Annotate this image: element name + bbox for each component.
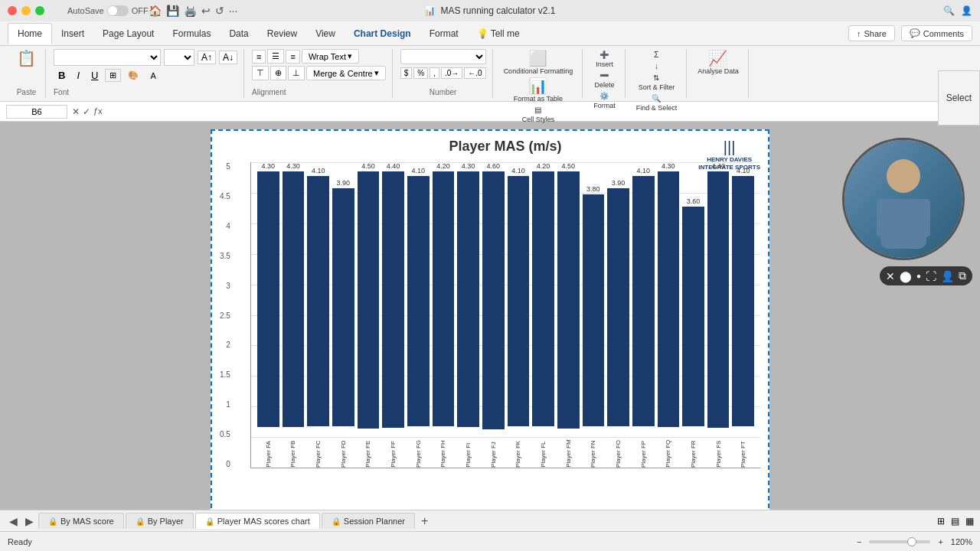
- close-button[interactable]: [8, 6, 17, 15]
- bar-item[interactable]: 4.50Player FE: [358, 162, 380, 468]
- insert-function-icon[interactable]: ƒx: [93, 106, 103, 117]
- fill-button[interactable]: ↓: [652, 60, 662, 72]
- sheet-tab-session-planner[interactable]: 🔒Session Planner: [322, 513, 415, 529]
- format-as-table-button[interactable]: 📊 Format as Table: [511, 77, 566, 104]
- bar-rect[interactable]: [332, 188, 354, 426]
- bar-rect[interactable]: [658, 171, 680, 427]
- bar-item[interactable]: 4.20Player FL: [532, 162, 554, 468]
- bar-rect[interactable]: [707, 171, 730, 428]
- bar-item[interactable]: 4.60Player FJ: [482, 162, 505, 468]
- tab-review[interactable]: Review: [258, 24, 306, 44]
- sheet-tab-player-mas-scores-chart[interactable]: 🔒Player MAS scores chart: [195, 513, 320, 529]
- bar-rect[interactable]: [382, 171, 404, 428]
- bar-item[interactable]: 4.50Player FM: [557, 162, 580, 468]
- webcam-record-button[interactable]: ⧉: [959, 269, 966, 282]
- bar-item[interactable]: 3.60Player FR: [682, 162, 704, 468]
- fill-color-button[interactable]: 🎨: [123, 69, 143, 82]
- autosave-toggle[interactable]: [107, 5, 129, 16]
- bar-rect[interactable]: [532, 171, 554, 426]
- find-select-button[interactable]: 🔍 Find & Select: [633, 93, 681, 113]
- number-format-select[interactable]: [400, 49, 486, 64]
- tab-tell-me[interactable]: 💡Tell me: [468, 24, 529, 44]
- cancel-formula-icon[interactable]: ✕: [72, 106, 80, 117]
- conditional-formatting-button[interactable]: ⬜ Conditional Formatting: [501, 49, 577, 77]
- bar-item[interactable]: 4.30Player FA: [257, 162, 279, 468]
- font-color-button[interactable]: A: [145, 70, 160, 82]
- delete-cells-button[interactable]: ➖ Delete: [591, 70, 617, 90]
- decrease-decimal-button[interactable]: ←.0: [464, 67, 485, 79]
- bold-button[interactable]: B: [54, 68, 70, 83]
- bar-rect[interactable]: [407, 176, 430, 426]
- sort-filter-button[interactable]: ⇅ Sort & Filter: [635, 72, 678, 93]
- bar-item[interactable]: 4.10Player FK: [508, 162, 530, 468]
- bar-item[interactable]: 4.30Player FB: [283, 162, 305, 468]
- comma-button[interactable]: ,: [430, 67, 439, 79]
- merge-center-button[interactable]: Merge & Centre ▾: [306, 66, 386, 80]
- search-icon[interactable]: 🔍: [943, 5, 955, 16]
- bar-rect[interactable]: [257, 171, 279, 427]
- print-icon[interactable]: 🖨️: [184, 5, 197, 17]
- bar-item[interactable]: 3.80Player FN: [583, 162, 605, 468]
- add-sheet-button[interactable]: +: [416, 514, 433, 528]
- italic-button[interactable]: I: [72, 68, 84, 83]
- bar-rect[interactable]: [358, 171, 380, 429]
- bar-item[interactable]: 4.30Player FQ: [658, 162, 680, 468]
- decrease-font-button[interactable]: A↓: [219, 51, 237, 64]
- percent-button[interactable]: %: [413, 67, 428, 79]
- align-bottom-button[interactable]: ⊥: [288, 66, 305, 80]
- align-center-button[interactable]: ☰: [267, 49, 284, 64]
- bar-rect[interactable]: [682, 207, 704, 426]
- webcam-expand-button[interactable]: ⛶: [926, 270, 936, 282]
- more-icon[interactable]: ···: [229, 5, 238, 17]
- bar-item[interactable]: 4.10Player FG: [407, 162, 430, 468]
- tab-chart-design[interactable]: Chart Design: [345, 24, 420, 44]
- tab-data[interactable]: Data: [220, 24, 257, 44]
- bar-rect[interactable]: [508, 176, 530, 426]
- bar-item[interactable]: 4.20Player FH: [433, 162, 455, 468]
- bar-rect[interactable]: [482, 171, 505, 429]
- wrap-text-button[interactable]: Wrap Text ▾: [302, 49, 359, 64]
- webcam-dot-button[interactable]: ●: [916, 272, 921, 280]
- insert-cells-button[interactable]: ➕ Insert: [593, 49, 616, 70]
- bar-rect[interactable]: [283, 171, 305, 427]
- analyse-data-button[interactable]: 📈 Analyse Data: [694, 49, 742, 77]
- cell-styles-button[interactable]: ▤ Cell Styles: [519, 104, 558, 125]
- profile-icon[interactable]: 👤: [961, 5, 972, 16]
- bar-rect[interactable]: [433, 171, 455, 426]
- bar-item[interactable]: 4.30Player FI: [457, 162, 479, 468]
- bar-rect[interactable]: [583, 194, 605, 426]
- bar-item[interactable]: 4.10Player FC: [307, 162, 329, 468]
- bar-item[interactable]: 4.10Player FT: [732, 162, 754, 468]
- currency-button[interactable]: $: [400, 67, 413, 79]
- underline-button[interactable]: U: [87, 68, 103, 83]
- traffic-lights[interactable]: [8, 6, 44, 15]
- maximize-button[interactable]: [35, 6, 44, 15]
- home-icon[interactable]: 🏠: [149, 5, 162, 17]
- bar-rect[interactable]: [457, 171, 479, 427]
- view-icon-page[interactable]: ▤: [951, 516, 959, 527]
- tab-page-layout[interactable]: Page Layout: [93, 24, 163, 44]
- bar-item[interactable]: 3.90Player FO: [607, 162, 629, 468]
- zoom-out-icon[interactable]: −: [857, 537, 861, 546]
- undo-icon[interactable]: ↩: [201, 5, 211, 17]
- minimize-button[interactable]: [21, 6, 31, 15]
- align-middle-button[interactable]: ⊕: [270, 66, 286, 80]
- bar-rect[interactable]: [632, 176, 655, 426]
- webcam-close-button[interactable]: ✕: [886, 270, 895, 282]
- sheet-tab-by-mas-score[interactable]: 🔒By MAS score: [38, 513, 124, 529]
- bar-rect[interactable]: [732, 176, 754, 426]
- sum-button[interactable]: Σ: [651, 49, 662, 60]
- font-select[interactable]: [54, 49, 161, 66]
- tab-format[interactable]: Format: [420, 24, 468, 44]
- bar-item[interactable]: 4.40Player FF: [382, 162, 404, 468]
- bar-rect[interactable]: [557, 171, 580, 429]
- bar-rect[interactable]: [607, 188, 629, 426]
- chart-container[interactable]: Player MAS (m/s) ||| HENRY DAVIES INTEGR…: [211, 129, 769, 510]
- view-icon-preview[interactable]: ▦: [965, 516, 974, 527]
- redo-icon[interactable]: ↺: [215, 5, 224, 17]
- webcam-circle-button[interactable]: ⬤: [900, 270, 912, 282]
- select-button[interactable]: Select: [938, 70, 980, 126]
- bar-item[interactable]: 4.10Player FP: [632, 162, 655, 468]
- format-cells-button[interactable]: ⚙️ Format: [590, 90, 619, 111]
- increase-font-button[interactable]: A↑: [198, 51, 216, 64]
